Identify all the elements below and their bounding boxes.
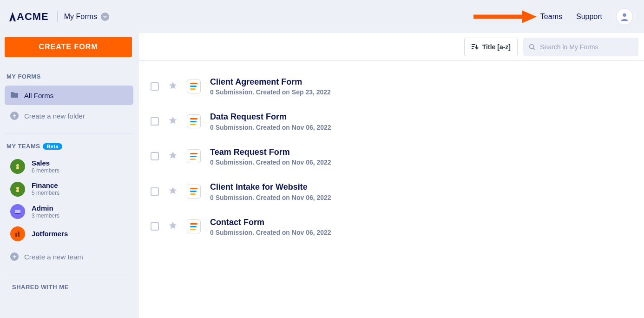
app-header: ACME My Forms Teams Support (0, 0, 644, 33)
team-name: Finance (32, 181, 59, 190)
row-checkbox[interactable] (151, 187, 159, 196)
form-row[interactable]: Client Agreement Form0 Submission. Creat… (146, 72, 637, 107)
team-meta: 6 members (32, 167, 59, 174)
logo-glyph-icon (9, 12, 16, 21)
header-right: Teams Support (540, 8, 633, 25)
form-row[interactable]: Client Intake for Website0 Submission. C… (146, 177, 637, 212)
team-avatar-icon (10, 182, 25, 197)
sort-label: Title [a-z] (482, 43, 511, 51)
section-my-forms: MY FORMS (7, 73, 133, 80)
create-folder-button[interactable]: + Create a new folder (5, 106, 133, 126)
form-text: Client Agreement Form0 Submission. Creat… (210, 77, 331, 96)
form-icon (187, 149, 201, 163)
sidebar-team-item[interactable]: Sales6 members (5, 155, 133, 178)
support-link[interactable]: Support (576, 13, 602, 21)
svg-rect-10 (18, 232, 20, 237)
star-icon[interactable] (168, 221, 177, 232)
avatar[interactable] (616, 8, 633, 25)
star-icon[interactable] (168, 81, 177, 92)
sidebar: CREATE FORM MY FORMS All Forms + Create … (0, 33, 138, 318)
team-text: Jotformers (32, 230, 68, 238)
form-icon (187, 185, 201, 199)
form-title: Client Intake for Website (210, 182, 331, 192)
team-text: Finance5 members (32, 181, 59, 196)
search-icon (529, 43, 535, 51)
sort-button[interactable]: Title [a-z] (464, 38, 518, 56)
svg-point-2 (623, 13, 626, 16)
form-row[interactable]: Team Request Form0 Submission. Created o… (146, 142, 637, 177)
teams-link-wrap: Teams (540, 13, 562, 21)
row-checkbox[interactable] (151, 152, 159, 160)
team-text: Sales6 members (32, 159, 59, 174)
team-meta: 3 members (32, 212, 59, 219)
row-checkbox[interactable] (151, 82, 159, 91)
svg-marker-1 (522, 10, 537, 23)
logo-text: ACME (17, 11, 49, 23)
form-title: Data Request Form (210, 112, 331, 122)
form-row[interactable]: Data Request Form0 Submission. Created o… (146, 107, 637, 142)
form-list: Client Agreement Form0 Submission. Creat… (138, 61, 644, 258)
svg-point-5 (16, 187, 19, 190)
star-icon[interactable] (168, 116, 177, 127)
row-checkbox[interactable] (151, 117, 159, 126)
form-text: Client Intake for Website0 Submission. C… (210, 182, 331, 201)
form-row[interactable]: Contact Form0 Submission. Created on Nov… (146, 212, 637, 247)
sidebar-item-label: Create a new folder (24, 112, 85, 120)
user-icon (619, 12, 630, 22)
team-avatar-icon (10, 226, 25, 241)
team-text: Admin3 members (32, 204, 59, 219)
page-dropdown[interactable]: My Forms (64, 13, 109, 21)
form-icon (187, 114, 201, 128)
form-meta: 0 Submission. Created on Nov 06, 2022 (210, 124, 331, 131)
form-meta: 0 Submission. Created on Sep 23, 2022 (210, 88, 331, 96)
form-meta: 0 Submission. Created on Nov 06, 2022 (210, 159, 331, 166)
divider (5, 133, 133, 133)
row-checkbox[interactable] (151, 222, 159, 231)
svg-rect-4 (16, 167, 19, 169)
team-avatar-icon (10, 159, 25, 174)
form-icon (187, 219, 201, 233)
svg-rect-8 (15, 213, 20, 214)
form-meta: 0 Submission. Created on Nov 06, 2022 (210, 229, 331, 236)
folder-icon (10, 91, 19, 100)
sidebar-team-item[interactable]: Finance5 members (5, 178, 133, 200)
form-text: Data Request Form0 Submission. Created o… (210, 112, 331, 131)
create-team-button[interactable]: + Create a new team (5, 247, 133, 266)
create-form-button[interactable]: CREATE FORM (5, 37, 132, 57)
team-name: Sales (32, 159, 59, 167)
team-avatar-icon (10, 204, 25, 219)
divider (57, 11, 58, 22)
toolbar: Title [a-z] (138, 33, 644, 61)
teams-link[interactable]: Teams (540, 13, 562, 20)
sidebar-item-all-forms[interactable]: All Forms (5, 86, 133, 105)
chevron-down-icon (101, 13, 109, 21)
svg-rect-9 (15, 233, 17, 237)
team-meta: 5 members (32, 190, 59, 196)
sort-icon (471, 43, 479, 51)
star-icon[interactable] (168, 151, 177, 162)
search-box[interactable] (523, 38, 638, 56)
form-text: Contact Form0 Submission. Created on Nov… (210, 217, 331, 236)
form-text: Team Request Form0 Submission. Created o… (210, 147, 331, 166)
plus-icon: + (10, 112, 19, 120)
svg-point-15 (530, 44, 534, 48)
beta-badge: Beta (43, 143, 62, 150)
section-shared: SHARED WITH ME (12, 284, 133, 291)
form-icon (187, 80, 201, 93)
section-label: MY TEAMS (7, 143, 40, 150)
team-name: Jotformers (32, 230, 68, 238)
star-icon[interactable] (168, 186, 177, 197)
search-input[interactable] (540, 43, 633, 51)
svg-rect-6 (16, 190, 19, 192)
svg-point-3 (16, 164, 19, 167)
svg-line-16 (533, 48, 535, 50)
form-title: Contact Form (210, 217, 331, 228)
sidebar-team-item[interactable]: Jotformers (5, 223, 133, 245)
sidebar-team-item[interactable]: Admin3 members (5, 200, 133, 223)
annotation-arrow-icon (472, 7, 537, 26)
sidebar-item-label: All Forms (24, 92, 53, 99)
form-title: Team Request Form (210, 147, 331, 158)
team-name: Admin (32, 204, 59, 212)
form-title: Client Agreement Form (210, 77, 331, 87)
form-meta: 0 Submission. Created on Nov 06, 2022 (210, 194, 331, 201)
